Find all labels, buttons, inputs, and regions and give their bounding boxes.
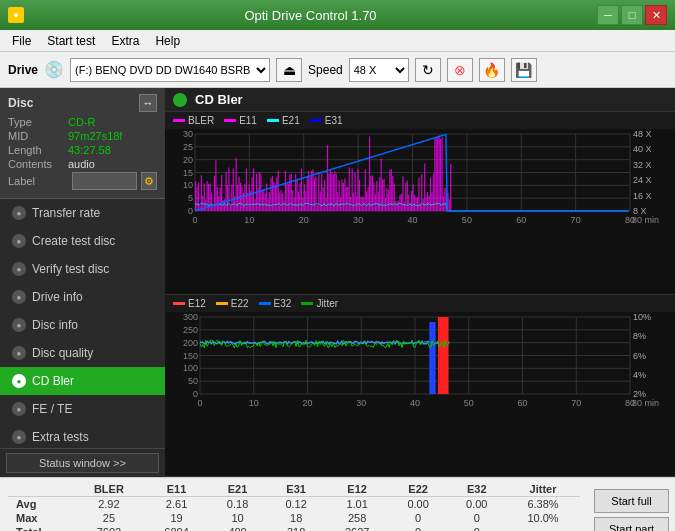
extra-tests-icon: ● bbox=[12, 430, 26, 444]
drive-select[interactable]: (F:) BENQ DVD DD DW1640 BSRB bbox=[70, 58, 270, 82]
speed-label: Speed bbox=[308, 63, 343, 77]
disc-info-label: Disc info bbox=[32, 318, 78, 332]
max-e12: 258 bbox=[325, 511, 388, 525]
disc-panel-title: Disc bbox=[8, 96, 33, 110]
sidebar-item-create-test-disc[interactable]: ● Create test disc bbox=[0, 227, 165, 255]
cd-bler-label: CD Bler bbox=[32, 374, 74, 388]
max-bler: 25 bbox=[73, 511, 145, 525]
refresh-button[interactable]: ↻ bbox=[415, 58, 441, 82]
maximize-button[interactable]: □ bbox=[621, 5, 643, 25]
chart-header: CD Bler bbox=[165, 88, 675, 112]
stats-row-total: Total 7602 6804 480 318 2627 0 0 bbox=[8, 525, 580, 531]
avg-jitter: 6.38% bbox=[506, 497, 580, 512]
stats-header-e22: E22 bbox=[389, 482, 448, 497]
jitter-label: Jitter bbox=[316, 298, 338, 309]
sidebar-item-disc-quality[interactable]: ● Disc quality bbox=[0, 339, 165, 367]
stats-header-jitter: Jitter bbox=[506, 482, 580, 497]
close-button[interactable]: ✕ bbox=[645, 5, 667, 25]
verify-test-disc-label: Verify test disc bbox=[32, 262, 109, 276]
stats-header-e32: E32 bbox=[447, 482, 506, 497]
contents-value: audio bbox=[68, 158, 95, 170]
total-bler: 7602 bbox=[73, 525, 145, 531]
label-input[interactable] bbox=[72, 172, 137, 190]
stats-row-max: Max 25 19 10 18 258 0 0 10.0% bbox=[8, 511, 580, 525]
stats-row-avg: Avg 2.92 2.61 0.18 0.12 1.01 0.00 0.00 6… bbox=[8, 497, 580, 512]
e12-color bbox=[173, 302, 185, 305]
title-bar: ● Opti Drive Control 1.70 ─ □ ✕ bbox=[0, 0, 675, 30]
bottom-chart-svg-container bbox=[165, 312, 675, 412]
max-e11: 19 bbox=[145, 511, 208, 525]
sidebar-nav: ● Transfer rate ● Create test disc ● Ver… bbox=[0, 199, 165, 448]
length-value: 43:27.58 bbox=[68, 144, 111, 156]
sidebar-item-fe-te[interactable]: ● FE / TE bbox=[0, 395, 165, 423]
bottom-chart-panel: E12 E22 E32 Jitter bbox=[165, 295, 675, 478]
menu-start-test[interactable]: Start test bbox=[39, 32, 103, 50]
total-label: Total bbox=[8, 525, 73, 531]
stats-header-bler: BLER bbox=[73, 482, 145, 497]
menu-file[interactable]: File bbox=[4, 32, 39, 50]
speed-select[interactable]: 48 X bbox=[349, 58, 409, 82]
total-e11: 6804 bbox=[145, 525, 208, 531]
stats-table: BLER E11 E21 E31 E12 E22 E32 Jitter Avg … bbox=[0, 478, 588, 531]
stats-header-empty bbox=[8, 482, 73, 497]
avg-e31: 0.12 bbox=[267, 497, 326, 512]
sidebar-item-verify-test-disc[interactable]: ● Verify test disc bbox=[0, 255, 165, 283]
e31-label: E31 bbox=[325, 115, 343, 126]
jitter-color bbox=[301, 302, 313, 305]
disc-refresh-button[interactable]: ↔ bbox=[139, 94, 157, 112]
total-e32: 0 bbox=[447, 525, 506, 531]
minimize-button[interactable]: ─ bbox=[597, 5, 619, 25]
avg-bler: 2.92 bbox=[73, 497, 145, 512]
extra-tests-label: Extra tests bbox=[32, 430, 89, 444]
mid-label: MID bbox=[8, 130, 68, 142]
sidebar-item-drive-info[interactable]: ● Drive info bbox=[0, 283, 165, 311]
bottom-chart-legend: E12 E22 E32 Jitter bbox=[165, 295, 675, 312]
sidebar-item-transfer-rate[interactable]: ● Transfer rate bbox=[0, 199, 165, 227]
label-icon-button[interactable]: ⚙ bbox=[141, 172, 157, 190]
chart-title: CD Bler bbox=[195, 92, 243, 107]
content-area: CD Bler BLER E11 E21 E31 bbox=[165, 88, 675, 477]
total-e31: 318 bbox=[267, 525, 326, 531]
toolbar: Drive 💿 (F:) BENQ DVD DD DW1640 BSRB ⏏ S… bbox=[0, 52, 675, 88]
e11-color bbox=[224, 119, 236, 122]
top-chart-svg-container bbox=[165, 129, 675, 229]
contents-label: Contents bbox=[8, 158, 68, 170]
create-test-disc-icon: ● bbox=[12, 234, 26, 248]
sidebar-item-extra-tests[interactable]: ● Extra tests bbox=[0, 423, 165, 448]
fe-te-label: FE / TE bbox=[32, 402, 72, 416]
save-button[interactable]: 💾 bbox=[511, 58, 537, 82]
drive-info-icon: ● bbox=[12, 290, 26, 304]
bottom-chart-canvas bbox=[165, 312, 675, 412]
menu-bar: File Start test Extra Help bbox=[0, 30, 675, 52]
erase-button[interactable]: ⊗ bbox=[447, 58, 473, 82]
menu-help[interactable]: Help bbox=[147, 32, 188, 50]
stats-buttons: Start full Start part bbox=[588, 478, 675, 531]
avg-e12: 1.01 bbox=[325, 497, 388, 512]
e32-label: E32 bbox=[274, 298, 292, 309]
e22-label: E22 bbox=[231, 298, 249, 309]
legend-e21: E21 bbox=[267, 115, 300, 126]
drive-label: Drive bbox=[8, 63, 38, 77]
total-jitter bbox=[506, 525, 580, 531]
sidebar-item-disc-info[interactable]: ● Disc info bbox=[0, 311, 165, 339]
menu-extra[interactable]: Extra bbox=[103, 32, 147, 50]
avg-e21: 0.18 bbox=[208, 497, 267, 512]
type-value: CD-R bbox=[68, 116, 96, 128]
e12-label: E12 bbox=[188, 298, 206, 309]
drive-icon: 💿 bbox=[44, 60, 64, 79]
verify-test-disc-icon: ● bbox=[12, 262, 26, 276]
disc-panel: Disc ↔ Type CD-R MID 97m27s18f Length 43… bbox=[0, 88, 165, 199]
legend-jitter: Jitter bbox=[301, 298, 338, 309]
legend-e31: E31 bbox=[310, 115, 343, 126]
start-full-button[interactable]: Start full bbox=[594, 489, 669, 513]
stats-header-e12: E12 bbox=[325, 482, 388, 497]
stats-header-e31: E31 bbox=[267, 482, 326, 497]
max-e32: 0 bbox=[447, 511, 506, 525]
max-jitter: 10.0% bbox=[506, 511, 580, 525]
status-window-button[interactable]: Status window >> bbox=[6, 453, 159, 473]
start-part-button[interactable]: Start part bbox=[594, 517, 669, 532]
sidebar-item-cd-bler[interactable]: ● CD Bler bbox=[0, 367, 165, 395]
max-e31: 18 bbox=[267, 511, 326, 525]
write-button[interactable]: 🔥 bbox=[479, 58, 505, 82]
eject-button[interactable]: ⏏ bbox=[276, 58, 302, 82]
